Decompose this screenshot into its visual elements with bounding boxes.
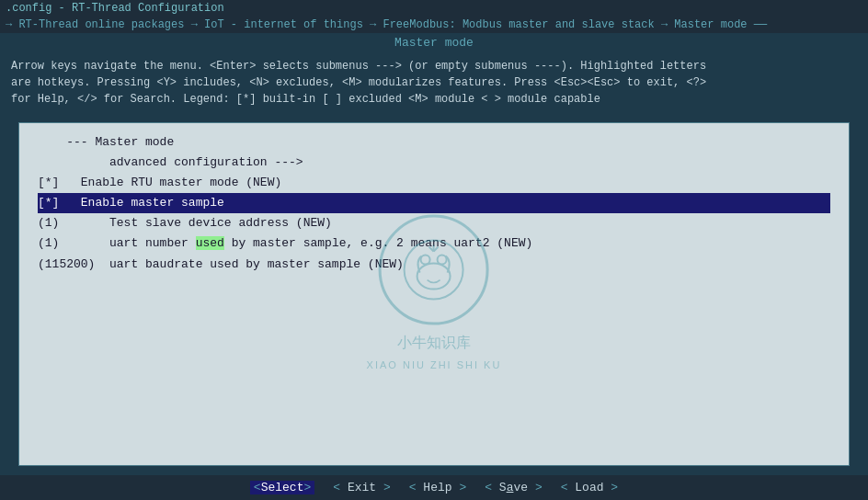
title-text: .config - RT-Thread Configuration: [6, 2, 224, 15]
menu-item-uart-baud[interactable]: (115200) uart baudrate used by master sa…: [38, 255, 830, 275]
main-window: .config - RT-Thread Configuration → RT-T…: [0, 0, 868, 500]
load-button[interactable]: < Load >: [561, 481, 618, 494]
breadcrumb-text: → RT-Thread online packages → IoT - inte…: [6, 18, 767, 31]
menu-item-rtu-master[interactable]: [*] Enable RTU master mode (NEW): [38, 173, 830, 193]
panel-title: Master mode: [0, 33, 868, 52]
footer: <Select> < Exit > < Help > < Save > < Lo…: [0, 475, 868, 500]
help-text: Arrow keys navigate the menu. <Enter> se…: [0, 52, 868, 113]
breadcrumb: → RT-Thread online packages → IoT - inte…: [0, 17, 868, 33]
menu-item-master-sample[interactable]: [*] Enable master sample: [38, 193, 830, 213]
select-label: Select: [261, 481, 304, 494]
help-line3: for Help, </> for Search. Legend: [*] bu…: [11, 91, 857, 108]
menu-box: --- Master mode advanced configuration -…: [18, 122, 850, 466]
help-label: Help: [423, 481, 451, 494]
help-button[interactable]: < Help >: [409, 481, 466, 494]
help-line1: Arrow keys navigate the menu. <Enter> se…: [11, 58, 857, 74]
save-button[interactable]: < Save >: [485, 481, 542, 494]
menu-item-header: --- Master mode: [38, 132, 830, 153]
save-label: Save: [499, 481, 528, 494]
menu-item-slave-addr[interactable]: (1) Test slave device address (NEW): [38, 213, 830, 233]
help-line2: are hotkeys. Pressing <Y> includes, <N> …: [11, 74, 857, 91]
load-label: Load: [575, 481, 603, 494]
title-bar: .config - RT-Thread Configuration: [0, 0, 868, 17]
watermark-en-text: XIAO NIU ZHI SHI KU: [367, 357, 502, 374]
select-button[interactable]: <Select>: [250, 481, 314, 494]
exit-button[interactable]: < Exit >: [333, 481, 390, 494]
watermark-cn-text: 小牛知识库: [367, 330, 502, 355]
exit-label: Exit: [348, 481, 376, 494]
menu-item-adv-config[interactable]: advanced configuration --->: [38, 153, 830, 173]
menu-item-uart-number[interactable]: (1) uart number used by master sample, e…: [38, 233, 830, 254]
main-content: --- Master mode advanced configuration -…: [0, 113, 868, 475]
